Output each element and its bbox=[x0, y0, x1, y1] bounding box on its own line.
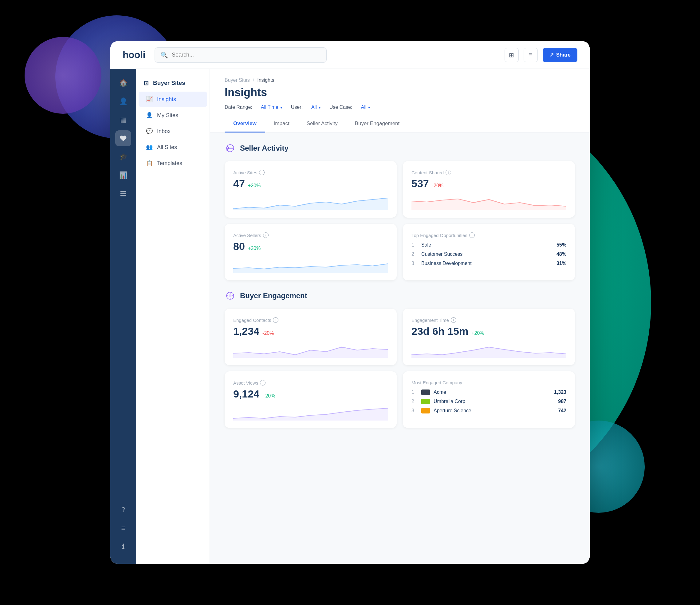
nav-education[interactable]: 🎓 bbox=[115, 149, 131, 165]
top-engaged-label: Top Engaged Opportunities i bbox=[411, 233, 566, 238]
engagement-time-info[interactable]: i bbox=[451, 317, 456, 323]
bg-blob-purple bbox=[25, 37, 101, 114]
opp-item-1: 1 Sale 55% bbox=[411, 240, 566, 250]
buyer-engagement-icon bbox=[225, 290, 236, 301]
active-sites-value-row: 47 +20% bbox=[233, 178, 388, 190]
list-view-button[interactable]: ≡ bbox=[524, 48, 538, 62]
svg-rect-2 bbox=[121, 195, 126, 196]
active-sites-value: 47 bbox=[233, 178, 245, 190]
app-body: 🏠 👤 ▦ 🎓 📊 ? ≡ ℹ bbox=[110, 69, 590, 564]
content-shared-value-row: 537 -20% bbox=[411, 178, 566, 190]
all-sites-icon: 👥 bbox=[146, 144, 153, 151]
icon-nav: 🏠 👤 ▦ 🎓 📊 ? ≡ ℹ bbox=[110, 69, 136, 564]
use-case-label: Use Case: bbox=[329, 104, 352, 110]
company-name-1: Acme bbox=[433, 389, 550, 395]
company-item-3: 3 Aperture Science 742 bbox=[411, 406, 566, 415]
active-sellers-delta: +20% bbox=[248, 246, 260, 251]
stat-engagement-time: Engagement Time i 23d 6h 15m +20% bbox=[403, 309, 575, 365]
asset-views-label: Asset Views i bbox=[233, 380, 388, 386]
page-body: Seller Activity Active Sites i 47 +20% bbox=[210, 133, 590, 447]
opp-rank-3: 3 bbox=[411, 261, 418, 266]
active-sellers-value: 80 bbox=[233, 240, 245, 252]
seller-activity-title: Seller Activity bbox=[240, 144, 289, 152]
nav-info[interactable]: ℹ bbox=[115, 539, 131, 555]
tab-seller-activity[interactable]: Seller Activity bbox=[298, 116, 346, 132]
content-shared-info[interactable]: i bbox=[446, 170, 451, 175]
content-shared-value: 537 bbox=[411, 178, 429, 190]
stat-content-shared: Content Shared i 537 -20% bbox=[403, 161, 575, 218]
svg-rect-0 bbox=[121, 191, 126, 192]
opp-pct-1: 55% bbox=[556, 242, 566, 248]
asset-views-info[interactable]: i bbox=[260, 380, 266, 386]
stat-asset-views: Asset Views i 9,124 +20% bbox=[225, 371, 397, 428]
company-logo-aperture bbox=[421, 408, 430, 413]
search-bar[interactable]: 🔍 bbox=[155, 47, 327, 63]
buyer-stats-grid: Engaged Contacts i 1,234 -20% bbox=[225, 309, 575, 428]
active-sellers-sparkline bbox=[233, 256, 388, 273]
seller-activity-header: Seller Activity bbox=[225, 143, 575, 154]
opp-pct-2: 48% bbox=[556, 251, 566, 257]
company-list: 1 Acme 1,323 2 Umbrella Corp 987 bbox=[411, 388, 566, 415]
engaged-contacts-sparkline bbox=[233, 341, 388, 358]
asset-views-delta: +20% bbox=[262, 393, 275, 399]
page-header: Buyer Sites / Insights Insights Date Ran… bbox=[210, 69, 590, 133]
svg-marker-5 bbox=[411, 199, 566, 210]
sidebar-item-insights[interactable]: 📈 Insights bbox=[139, 92, 207, 107]
sidebar-item-inbox[interactable]: 💬 Inbox bbox=[139, 124, 207, 139]
active-sites-info[interactable]: i bbox=[259, 170, 265, 175]
tab-impact[interactable]: Impact bbox=[265, 116, 298, 132]
my-sites-icon: 👤 bbox=[146, 112, 153, 119]
secondary-nav-header[interactable]: ⊡ Buyer Sites bbox=[136, 75, 209, 91]
content-shared-label: Content Shared i bbox=[411, 170, 566, 175]
sidebar-item-all-sites[interactable]: 👥 All Sites bbox=[139, 140, 207, 155]
opp-name-1: Sale bbox=[421, 242, 553, 248]
opp-name-2: Customer Success bbox=[421, 251, 553, 257]
search-icon: 🔍 bbox=[160, 51, 168, 59]
company-rank-2: 2 bbox=[411, 399, 418, 404]
content-shared-sparkline bbox=[411, 193, 566, 210]
use-case-select[interactable]: All ▾ bbox=[361, 104, 370, 110]
engaged-contacts-info[interactable]: i bbox=[273, 317, 278, 323]
asset-views-value: 9,124 bbox=[233, 388, 259, 400]
share-button[interactable]: ↗ Share bbox=[543, 48, 577, 62]
secondary-nav: ⊡ Buyer Sites 📈 Insights 👤 My Sites 💬 In… bbox=[136, 69, 210, 564]
user-select[interactable]: All ▾ bbox=[311, 104, 321, 110]
date-range-select[interactable]: All Time ▾ bbox=[261, 104, 282, 110]
svg-marker-9 bbox=[411, 347, 566, 358]
add-view-button[interactable]: ⊞ bbox=[505, 48, 519, 62]
main-content: Buyer Sites / Insights Insights Date Ran… bbox=[210, 69, 590, 564]
nav-layouts[interactable]: ▦ bbox=[115, 112, 131, 128]
nav-help[interactable]: ? bbox=[115, 502, 131, 518]
insights-icon: 📈 bbox=[146, 96, 153, 103]
company-name-2: Umbrella Corp bbox=[433, 399, 554, 404]
nav-chart[interactable]: 📊 bbox=[115, 167, 131, 183]
nav-home[interactable]: 🏠 bbox=[115, 75, 131, 91]
top-engaged-info[interactable]: i bbox=[469, 233, 475, 238]
breadcrumb: Buyer Sites / Insights bbox=[225, 77, 575, 83]
stat-engaged-contacts: Engaged Contacts i 1,234 -20% bbox=[225, 309, 397, 365]
nav-stack[interactable] bbox=[115, 186, 131, 202]
buyer-engagement-header: Buyer Engagement bbox=[225, 290, 575, 301]
nav-menu-icon[interactable]: ≡ bbox=[115, 520, 131, 536]
breadcrumb-separator: / bbox=[253, 77, 254, 83]
opp-rank-2: 2 bbox=[411, 251, 418, 257]
engagement-time-sparkline bbox=[411, 341, 566, 358]
search-input[interactable] bbox=[172, 52, 321, 58]
active-sellers-info[interactable]: i bbox=[263, 233, 269, 238]
engaged-contacts-value: 1,234 bbox=[233, 325, 259, 337]
sidebar-item-templates[interactable]: 📋 Templates bbox=[139, 155, 207, 171]
nav-handshake[interactable] bbox=[115, 130, 131, 146]
svg-rect-1 bbox=[121, 193, 126, 194]
content-shared-delta: -20% bbox=[432, 183, 444, 189]
tab-overview[interactable]: Overview bbox=[225, 116, 265, 132]
engagement-time-label: Engagement Time i bbox=[411, 317, 566, 323]
company-logo-umbrella bbox=[421, 399, 430, 404]
opp-item-2: 2 Customer Success 48% bbox=[411, 250, 566, 259]
nav-contacts[interactable]: 👤 bbox=[115, 94, 131, 110]
company-logo-acme bbox=[421, 389, 430, 395]
asset-views-sparkline bbox=[233, 404, 388, 420]
stat-top-engaged: Top Engaged Opportunities i 1 Sale 55% 2 bbox=[403, 224, 575, 281]
tab-buyer-engagement[interactable]: Buyer Engagement bbox=[346, 116, 408, 132]
breadcrumb-parent[interactable]: Buyer Sites bbox=[225, 77, 250, 83]
sidebar-item-my-sites[interactable]: 👤 My Sites bbox=[139, 107, 207, 123]
